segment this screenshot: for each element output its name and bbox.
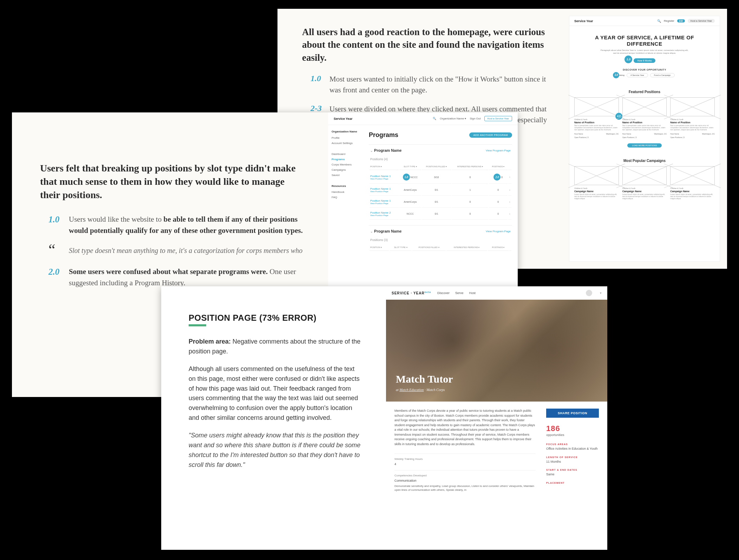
chevron-right-icon: › (509, 200, 510, 204)
cell-position: Position Name 1View Position Page (370, 184, 399, 196)
search-icon[interactable]: 🔍 (657, 19, 661, 23)
position-name-link[interactable]: Position Name 2 (370, 211, 398, 214)
table-row[interactable]: Position Name 1View Position Page1.0 NCC… (370, 171, 511, 184)
view-program-link[interactable]: View Program Page (486, 230, 511, 233)
add-program-button[interactable]: ADD ANOTHER PROGRAM (469, 132, 512, 138)
nav-discover[interactable]: Discover (437, 291, 450, 295)
position-card[interactable]: Children & Youth Name of Position Sed ut… (670, 97, 715, 138)
sidebar-item-campaigns[interactable]: Campaigns (332, 168, 360, 171)
position-cards-row: 4.0 Children & Youth Name of Position Se… (569, 97, 720, 138)
sign-out-link[interactable]: Sign Out (470, 117, 480, 120)
cell-slot-type: 1.0 NCCC (399, 171, 421, 184)
position-card[interactable]: Children & Youth Name of Position Sed ut… (622, 97, 667, 138)
view-position-link[interactable]: View Position Page (370, 202, 398, 204)
org-link[interactable]: Match Education (399, 388, 424, 392)
sidebar-item-saved[interactable]: Saved (332, 174, 360, 177)
col-positions-filled[interactable]: POSITIONS FILLED ▾ (412, 244, 446, 251)
dropdown-chevron-icon[interactable]: ▾ (600, 291, 602, 295)
chip-fund-campaign[interactable]: Fund a Campaign (650, 73, 675, 77)
research-panel-position-page: POSITION PAGE (73% ERROR) Problem area: … (161, 286, 607, 550)
program-accordion-header[interactable]: ⌄ Program Name View Program Page (369, 225, 512, 237)
chip-service-year[interactable]: A Service Year (627, 73, 648, 77)
card-image-placeholder (574, 166, 619, 185)
table-row[interactable]: Position Name 2View Position PageNCCC0/1… (370, 208, 511, 220)
col-postings[interactable]: POSTINGS ▾ (488, 244, 509, 251)
sidebar-section-label: LENGTH OF SERVICE (546, 456, 599, 458)
position-card[interactable]: 4.0 Children & Youth Name of Position Se… (574, 97, 619, 138)
sidebar-item-programs[interactable]: Programs (332, 158, 360, 161)
position-name-link[interactable]: Position Name 1 (370, 187, 398, 190)
hero-title: A YEAR OF SERVICE, A LIFETIME OF DIFFERE… (583, 34, 706, 47)
finding-text: Most users wanted to initially click on … (329, 74, 548, 95)
search-icon[interactable]: 🔍 (433, 117, 436, 120)
position-name-link[interactable]: Position Name 1 (370, 175, 398, 178)
wireframe-body: Organization Name Profile Account Settin… (328, 125, 518, 258)
col-slot-type[interactable]: SLOT TYPE ▾ (399, 163, 421, 170)
table-row[interactable]: Position Name 1View Position PageAmeriCo… (370, 196, 511, 208)
share-position-button[interactable]: SHARE POSITION (546, 409, 599, 418)
panel3-text: POSITION PAGE (73% ERROR) Problem area: … (161, 286, 375, 484)
nav-serve[interactable]: Serve (455, 291, 464, 295)
sidebar-section-label: PLACEMENT (546, 482, 599, 484)
popular-campaigns-heading: Most Popular Campaigns (569, 152, 720, 166)
col-positions-filled[interactable]: POSITIONS FILLED ▾ (422, 163, 451, 170)
cell-slot-type: AmeriCorps (399, 196, 421, 208)
avatar[interactable] (586, 290, 592, 296)
cell-position: Position Name 2View Position Page (370, 208, 399, 220)
position-title: Match Tutor (396, 373, 597, 385)
card-tag: Children & Youth (574, 187, 619, 189)
card-title: Name of Position (574, 121, 619, 124)
view-position-link[interactable]: View Position Page (370, 214, 398, 216)
campaign-card[interactable]: Children & Youth Campaign Name Lorem ips… (622, 166, 667, 200)
how-it-works-button[interactable]: How it Works (634, 58, 655, 63)
cell-expand[interactable]: › (508, 208, 511, 220)
panel2-heading: Users felt that breaking up positions by… (40, 162, 307, 201)
register-link[interactable]: Register (664, 19, 674, 22)
nav-host[interactable]: Host (469, 291, 476, 295)
positions-count-label: Positions (4) (369, 156, 512, 162)
load-more-button[interactable]: LOAD MORE POSITIONS (627, 143, 662, 148)
user-quote: “ Slot type doesn't mean anything to me,… (48, 245, 307, 256)
col-interested-persons[interactable]: INTERESTED PERSONS ▾ (446, 244, 487, 251)
col-position[interactable]: POSITION ▾ (370, 163, 399, 170)
cell-expand[interactable]: › (508, 184, 511, 196)
cell-expand[interactable]: › (508, 171, 511, 184)
sidebar-item-faq[interactable]: FAQ (332, 196, 360, 199)
campaign-card[interactable]: Children & Youth Campaign Name Lorem ips… (574, 166, 619, 200)
finding-number: 1.0 (310, 74, 329, 95)
sidebar-item-profile[interactable]: Profile (332, 136, 360, 139)
host-cta-button[interactable]: Host a Service Year (688, 19, 715, 23)
view-position-link[interactable]: View Position Page (370, 178, 398, 180)
view-position-link[interactable]: View Position Page (370, 190, 398, 193)
hero-image: Match Tutor at Match Education · Match C… (386, 300, 607, 402)
cell-interested: 0 (452, 196, 488, 208)
cell-postings: 2.0 0 (489, 171, 508, 184)
cell-expand[interactable]: › (508, 196, 511, 208)
finding-number: 2.0 (48, 266, 69, 288)
col-slot-type[interactable]: SLOT TYPE ▾ (390, 244, 412, 251)
view-program-link[interactable]: View Program Page (486, 149, 511, 152)
quote-text: Slot type doesn't mean anything to me, i… (69, 245, 302, 256)
sidebar-item-corps-members[interactable]: Corps Members (332, 163, 360, 166)
campaign-card[interactable]: Children & Youth Campaign Name Lorem ips… (670, 166, 715, 200)
col-postings[interactable]: POSTINGS ▾ (489, 163, 508, 170)
col-interested-persons[interactable]: INTERESTED PERSONS ▾ (452, 163, 488, 170)
card-tag: Children & Youth (670, 118, 715, 121)
cell-filled: 0/1 (422, 196, 451, 208)
sidebar-item-settings[interactable]: Account Settings (332, 142, 360, 145)
table-row[interactable]: Position Name 1View Position PageAmeriCo… (370, 184, 511, 196)
sidebar-item-handbook[interactable]: Handbook (332, 190, 360, 194)
wireframe-header: Service Year 🔍 Organization Name ▾ Sign … (328, 112, 518, 125)
card-title: Name of Position (622, 121, 667, 124)
sidebar-item-dashboard[interactable]: Dashboard (332, 152, 360, 156)
program-accordion-header[interactable]: ⌄ Program Name View Program Page (369, 144, 512, 156)
org-name-dropdown[interactable]: Organization Name ▾ (440, 117, 466, 120)
host-cta-button[interactable]: Host a Service Year (484, 116, 512, 121)
sidebar-org-name: Organization Name (332, 130, 360, 134)
table-header-row: POSITION ▾ SLOT TYPE ▾ POSITIONS FILLED … (370, 244, 511, 251)
col-position[interactable]: POSITION ▾ (370, 244, 389, 251)
table-header-row: POSITION ▾ SLOT TYPE ▾ POSITIONS FILLED … (370, 163, 511, 170)
card-title: Campaign Name (622, 190, 667, 193)
position-sidebar: SHARE POSITION 186 opportunities FOCUS A… (546, 409, 599, 496)
position-name-link[interactable]: Position Name 1 (370, 199, 398, 202)
